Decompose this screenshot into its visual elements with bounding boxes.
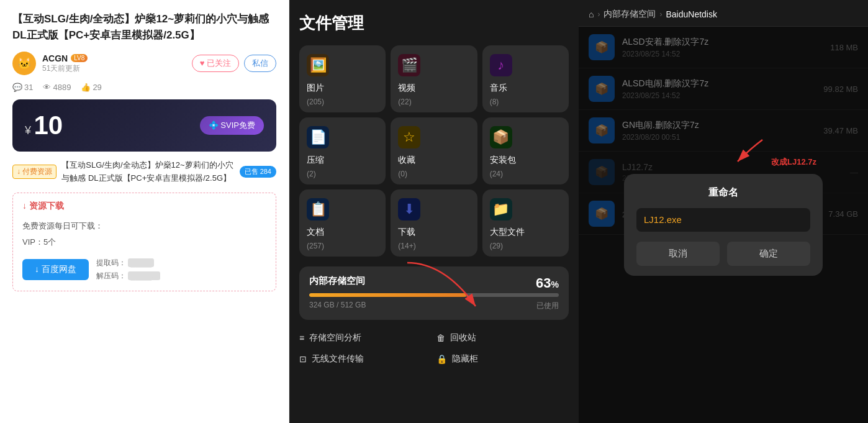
author-name-row: ACGN LV8: [42, 53, 88, 63]
comment-icon: 💬: [12, 83, 22, 92]
rename-dialog: 改成LJ12.7z 重命名 取消 确定: [624, 174, 823, 276]
rename-input-wrap[interactable]: [636, 208, 810, 232]
rename-input[interactable]: [644, 214, 803, 225]
storage-details: 324 GB / 512 GB 已使用: [309, 301, 559, 311]
breadcrumb-path2[interactable]: BaiduNetdisk: [666, 9, 717, 19]
extract-code: ████: [128, 258, 154, 267]
apk-label: 安装包: [490, 155, 516, 166]
hidden-cabinet-label: 隐藏柜: [452, 353, 478, 365]
rename-dialog-overlay: 改成LJ12.7z 重命名 取消 确定: [579, 27, 868, 423]
docs-icon: 📋: [307, 198, 329, 221]
storage-percent: 63%: [536, 275, 559, 291]
file-card-video[interactable]: 🎬 视频 (22): [391, 45, 477, 112]
large-files-count: (29): [490, 242, 503, 250]
storage-percent-suffix: %: [551, 280, 559, 289]
file-manager-title: 文件管理: [299, 12, 569, 34]
level-badge: LV8: [71, 54, 88, 62]
resource-type-badge: ↓ 付费资源: [12, 165, 57, 179]
download-info: 免费资源每日可下载： VIP：5个: [22, 218, 266, 250]
music-label: 音乐: [490, 83, 507, 94]
storage-bar-fill: [309, 293, 466, 297]
large-files-icon: 📁: [490, 198, 512, 221]
download-icon: ⬇: [398, 198, 420, 221]
favorites-icon: ☆: [398, 126, 420, 148]
rename-hint-arrow-icon: [731, 137, 769, 168]
comment-stat: 💬 31: [12, 83, 33, 92]
storage-analysis-label: 存储空间分析: [309, 332, 361, 343]
storage-used: 324 GB: [309, 301, 335, 309]
like-icon: 👍: [81, 83, 91, 92]
file-card-docs[interactable]: 📋 文档 (257): [299, 189, 386, 257]
storage-percent-value: 63: [536, 275, 551, 291]
wireless-transfer[interactable]: ⊡ 无线文件传输: [299, 351, 432, 367]
breadcrumb-sep2: ›: [659, 10, 662, 19]
decompress-label: 解压码：: [96, 271, 126, 280]
extract-info: 提取码： ████ 解压码： ████qi: [96, 257, 160, 283]
extract-label: 提取码：: [96, 258, 126, 267]
rename-confirm-button[interactable]: 确定: [727, 242, 810, 266]
storage-title: 内部存储空间: [309, 275, 559, 287]
hidden-cabinet[interactable]: 🔒 隐藏柜: [436, 351, 569, 367]
apk-count: (24): [490, 170, 503, 178]
download-label: 下载: [398, 227, 415, 238]
storage-analysis[interactable]: ≡ 存储空间分析: [299, 330, 432, 346]
favorites-count: (0): [398, 170, 407, 178]
baidu-button[interactable]: ↓ 百度网盘: [22, 259, 89, 280]
download-section: ↓ 资源下载 免费资源每日可下载： VIP：5个 ↓ 百度网盘 提取码： ███…: [12, 193, 276, 291]
author-info: ACGN LV8 51天前更新: [42, 53, 88, 74]
post-title: 【互动SLG/生肉/全动态】炉燊12~萝莉们的小穴与触感 DL正式版【PC+安卓…: [12, 11, 276, 43]
vip-line: VIP：5个: [22, 234, 266, 250]
svip-badge[interactable]: 💠 SVIP免费: [200, 116, 264, 135]
storage-used-label: 已使用: [536, 301, 559, 311]
video-label: 视频: [398, 83, 415, 94]
author-row: 🐱 ACGN LV8 51天前更新 ♥ 已关注 私信: [12, 52, 276, 75]
bottom-actions: ≡ 存储空间分析 🗑 回收站 ⊡ 无线文件传输 🔒 隐藏柜: [299, 330, 569, 367]
price-currency: ¥: [25, 124, 31, 137]
breadcrumb-sep1: ›: [597, 10, 600, 19]
price-display: ¥ 10: [25, 111, 63, 140]
follow-button[interactable]: ♥ 已关注: [192, 55, 239, 72]
music-count: (8): [490, 98, 499, 106]
decompress-code: ████qi: [128, 271, 160, 280]
hidden-cabinet-icon: 🔒: [436, 354, 447, 364]
file-grid: 🖼️ 图片 (205) 🎬 视频 (22) ♪ 音乐 (8) 📄 压缩 (2) …: [299, 45, 569, 257]
breadcrumb-bar: ⌂ › 内部存储空间 › BaiduNetdisk: [579, 0, 868, 27]
rename-cancel-button[interactable]: 取消: [636, 242, 720, 266]
sold-badge: 已售 284: [240, 166, 276, 178]
home-icon: ⌂: [589, 9, 594, 19]
rename-dialog-title: 重命名: [636, 186, 810, 199]
file-card-music[interactable]: ♪ 音乐 (8): [482, 45, 569, 112]
view-stat: 👁 4889: [43, 83, 71, 92]
right-panel: ⌂ › 内部存储空间 › BaiduNetdisk 📦 ALSD安着.删除汉字7…: [579, 0, 868, 423]
file-card-compress[interactable]: 📄 压缩 (2): [299, 117, 386, 184]
decompress-line: 解压码： ████qi: [96, 270, 160, 283]
action-buttons: ♥ 已关注 私信: [192, 55, 276, 72]
storage-bar-background: [309, 293, 559, 297]
apk-icon: 📦: [490, 126, 512, 148]
large-files-label: 大型文件: [490, 227, 525, 238]
file-card-images[interactable]: 🖼️ 图片 (205): [299, 45, 386, 112]
free-line: 免费资源每日可下载：: [22, 218, 266, 234]
author-time: 51天前更新: [42, 63, 88, 74]
resource-row: ↓ 付费资源 【互动SLG/生肉/全动态】炉燊12~萝莉们的小穴与触感 DL正式…: [12, 159, 276, 185]
file-card-download[interactable]: ⬇ 下载 (14+): [391, 189, 477, 257]
storage-total: 512 GB: [341, 301, 366, 309]
file-card-apk[interactable]: 📦 安装包 (24): [482, 117, 569, 184]
recycle-bin[interactable]: 🗑 回收站: [436, 330, 569, 346]
storage-used-total: 324 GB / 512 GB: [309, 301, 366, 311]
favorites-label: 收藏: [398, 155, 415, 166]
message-button[interactable]: 私信: [244, 55, 276, 72]
rename-actions: 取消 确定: [636, 242, 810, 266]
file-card-large[interactable]: 📁 大型文件 (29): [482, 189, 569, 257]
breadcrumb-path1[interactable]: 内部存储空间: [604, 9, 656, 20]
file-card-favorites[interactable]: ☆ 收藏 (0): [391, 117, 477, 184]
docs-label: 文档: [307, 227, 324, 238]
extract-code-line: 提取码： ████: [96, 257, 160, 270]
images-icon: 🖼️: [307, 54, 329, 76]
view-count: 4889: [53, 83, 71, 92]
storage-card: 内部存储空间 324 GB / 512 GB 已使用 63%: [299, 266, 569, 320]
compress-label: 压缩: [307, 155, 324, 166]
middle-panel: 文件管理 🖼️ 图片 (205) 🎬 视频 (22) ♪ 音乐 (8) 📄 压缩…: [289, 0, 579, 423]
compress-count: (2): [307, 170, 316, 178]
view-icon: 👁: [43, 83, 51, 92]
